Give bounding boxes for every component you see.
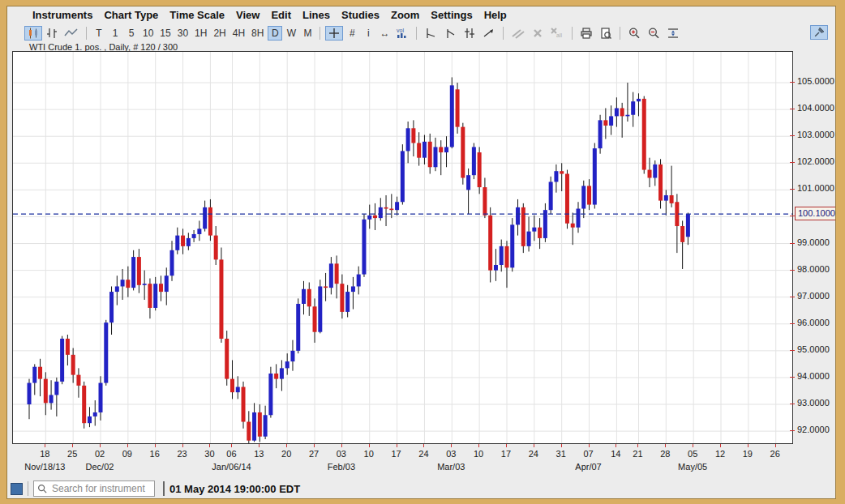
zoom-in-icon[interactable] xyxy=(625,26,643,41)
timeframe-5min[interactable]: 5 xyxy=(124,26,139,41)
time-tick-label: 13 xyxy=(248,449,269,459)
menu-zoom[interactable]: Zoom xyxy=(385,7,425,23)
toolbar-separator xyxy=(503,27,504,40)
print-preview-icon[interactable] xyxy=(597,26,615,41)
time-tick xyxy=(720,444,721,447)
app-window: InstrumentsChart TypeTime ScaleViewEditL… xyxy=(0,0,845,504)
toolbar-separator xyxy=(620,27,620,40)
time-tick-label: 10 xyxy=(358,449,380,459)
time-month-label: Mar/03 xyxy=(427,462,475,472)
time-tick-label: 17 xyxy=(495,449,517,459)
volume-icon[interactable]: vol xyxy=(393,26,411,41)
parallel-lines-icon xyxy=(508,26,528,41)
time-tick xyxy=(45,444,45,447)
time-tick-label: 23 xyxy=(172,449,193,459)
timestamp: 01 May 2014 19:00:00 EDT xyxy=(169,483,300,495)
channel-icon[interactable] xyxy=(461,26,478,41)
time-tick-label: 21 xyxy=(627,449,648,459)
price-tick-label: 95.0000 xyxy=(797,344,830,354)
menu-view[interactable]: View xyxy=(230,7,265,23)
price-tick xyxy=(790,430,795,431)
instrument-search[interactable] xyxy=(33,481,155,497)
timeframe-monthly[interactable]: M xyxy=(300,26,315,41)
timeframe-2h[interactable]: 2H xyxy=(211,26,228,41)
menu-lines[interactable]: Lines xyxy=(297,7,336,23)
time-tick-label: 05 xyxy=(682,449,703,459)
pin-icon[interactable] xyxy=(810,25,828,40)
delete-all-lines-icon: all xyxy=(547,26,567,41)
search-icon xyxy=(37,484,48,494)
toolbar-separator xyxy=(416,27,417,40)
time-tick xyxy=(397,444,397,447)
time-tick-label: 31 xyxy=(551,449,572,459)
expand-horizontal-icon[interactable]: ↔ xyxy=(377,26,392,41)
price-tick-label: 92.0000 xyxy=(797,425,830,434)
timeframe-1h[interactable]: 1H xyxy=(192,26,209,41)
statusbar-divider xyxy=(28,481,28,496)
menu-chart-type[interactable]: Chart Type xyxy=(98,7,164,23)
grid-icon[interactable]: # xyxy=(345,26,359,41)
time-tick xyxy=(259,444,260,447)
trendline-icon[interactable] xyxy=(422,26,440,41)
menu-time-scale[interactable]: Time Scale xyxy=(164,7,230,23)
time-tick xyxy=(100,444,101,447)
time-tick xyxy=(748,444,748,447)
toolbar: T151015301H2H4H8HDWM#i↔volall xyxy=(7,23,835,42)
menu-help[interactable]: Help xyxy=(478,7,513,23)
time-tick-label: 20 xyxy=(276,449,297,459)
timeframe-daily[interactable]: D xyxy=(268,26,282,41)
price-tick xyxy=(790,135,795,136)
time-tick-label: 30 xyxy=(199,449,220,459)
ohlc-bars-icon[interactable] xyxy=(44,26,60,41)
fit-vertical-icon[interactable] xyxy=(664,26,682,41)
search-input[interactable] xyxy=(50,482,151,495)
timeframe-8h[interactable]: 8H xyxy=(249,26,266,41)
time-month-label: May/05 xyxy=(668,462,717,472)
timeframe-30min[interactable]: 30 xyxy=(175,26,191,41)
candlestick-chart[interactable] xyxy=(12,51,793,444)
time-tick-label: 10 xyxy=(468,449,489,459)
price-tick xyxy=(790,350,795,351)
line-chart-icon[interactable] xyxy=(62,26,81,41)
zoom-out-icon[interactable] xyxy=(645,26,663,41)
time-month-label: Apr/07 xyxy=(564,462,613,472)
timeframe-15min[interactable]: 15 xyxy=(157,26,173,41)
print-icon[interactable] xyxy=(577,26,595,41)
price-tick-label: 104.0000 xyxy=(797,103,834,113)
price-tick-label: 103.0000 xyxy=(797,130,834,139)
crosshair-icon[interactable] xyxy=(325,26,343,41)
ray-icon[interactable] xyxy=(480,26,498,41)
price-tick-label: 94.0000 xyxy=(797,371,830,381)
toolbar-separator xyxy=(572,27,573,40)
timeframe-1min[interactable]: 1 xyxy=(108,26,122,41)
time-tick-label: 14 xyxy=(605,449,626,459)
price-tick-label: 105.0000 xyxy=(797,76,834,86)
menu-settings[interactable]: Settings xyxy=(425,7,478,23)
time-month-label: Jan/06/14 xyxy=(207,462,255,472)
time-tick-label: 26 xyxy=(765,449,786,459)
price-tick-label: 96.0000 xyxy=(797,318,830,327)
candlestick-chart-icon[interactable] xyxy=(24,26,42,41)
info-icon[interactable]: i xyxy=(361,26,375,41)
timeframe-4h[interactable]: 4H xyxy=(230,26,247,41)
menu-instruments[interactable]: Instruments xyxy=(27,7,98,23)
timeframe-10min[interactable]: 10 xyxy=(140,26,156,41)
time-tick xyxy=(616,444,616,447)
time-tick-label: 17 xyxy=(386,449,407,459)
statusbar-divider xyxy=(163,481,165,496)
time-tick xyxy=(72,444,73,447)
toolbar-groups: T151015301H2H4H8HDWM#i↔volall xyxy=(24,26,683,41)
time-month-label: Nov/18/13 xyxy=(20,462,69,472)
price-tick-label: 101.0000 xyxy=(797,183,834,193)
time-tick-label: 12 xyxy=(710,449,731,459)
connection-status-icon xyxy=(11,483,23,495)
time-tick-label: 09 xyxy=(117,449,138,459)
menu-studies[interactable]: Studies xyxy=(336,7,385,23)
timeframe-weekly[interactable]: W xyxy=(284,26,298,41)
timeframe-tick[interactable]: T xyxy=(92,26,106,41)
menu-edit[interactable]: Edit xyxy=(265,7,297,23)
time-tick xyxy=(314,444,315,447)
time-tick-label: 06 xyxy=(221,449,242,459)
time-tick-label: 25 xyxy=(62,449,83,459)
trendline-angle-icon[interactable] xyxy=(441,26,459,41)
